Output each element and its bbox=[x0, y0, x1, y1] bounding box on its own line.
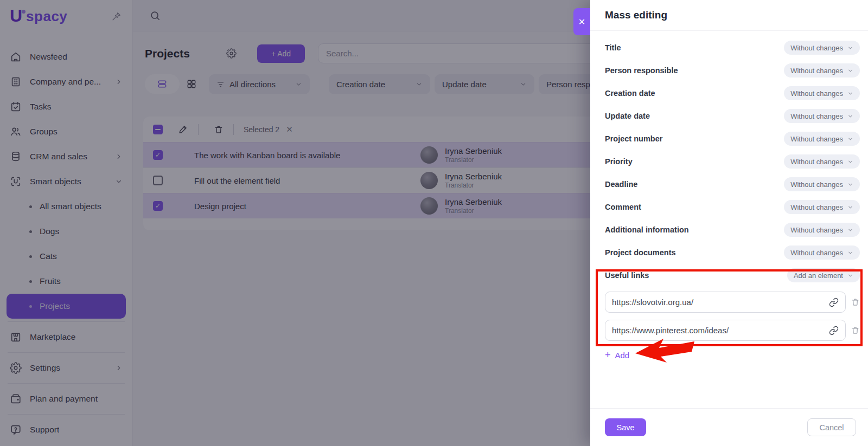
chevron-down-icon bbox=[847, 68, 853, 74]
field-dropdown-update-date[interactable]: Without changes bbox=[784, 109, 860, 123]
panel-footer: Save Cancel bbox=[590, 408, 868, 446]
field-row-additional-information: Additional information Without changes bbox=[605, 218, 860, 241]
field-row-creation-date: Creation date Without changes bbox=[605, 82, 860, 105]
chevron-down-icon bbox=[847, 113, 853, 119]
link-icon[interactable] bbox=[829, 326, 839, 335]
chevron-down-icon bbox=[847, 159, 853, 165]
field-row-useful-links: Useful links Add an element bbox=[605, 264, 860, 287]
close-panel-button[interactable]: ✕ bbox=[573, 8, 590, 35]
chevron-down-icon bbox=[847, 182, 853, 188]
close-icon: ✕ bbox=[578, 17, 585, 27]
field-row-comment: Comment Without changes bbox=[605, 196, 860, 218]
link-input-wrap bbox=[605, 292, 846, 313]
chevron-down-icon bbox=[847, 250, 853, 256]
field-dropdown-person-responsible[interactable]: Without changes bbox=[784, 63, 860, 77]
delete-link-trash-icon[interactable] bbox=[851, 298, 860, 307]
useful-link-input-1[interactable] bbox=[612, 298, 825, 307]
save-button[interactable]: Save bbox=[605, 418, 646, 436]
delete-link-trash-icon[interactable] bbox=[851, 326, 860, 335]
chevron-down-icon bbox=[847, 45, 853, 51]
panel-title: Mass editing bbox=[590, 0, 868, 31]
field-row-person-responsible: Person responsible Without changes bbox=[605, 59, 860, 82]
link-icon[interactable] bbox=[829, 298, 839, 307]
field-dropdown-title[interactable]: Without changes bbox=[784, 41, 860, 55]
field-dropdown-additional-information[interactable]: Without changes bbox=[784, 223, 860, 237]
field-row-deadline: Deadline Without changes bbox=[605, 173, 860, 196]
field-row-update-date: Update date Without changes bbox=[605, 105, 860, 127]
field-dropdown-priority[interactable]: Without changes bbox=[784, 154, 860, 169]
mass-editing-panel: ✕ Mass editing Title Without changes Per… bbox=[590, 0, 868, 446]
field-row-title: Title Without changes bbox=[605, 36, 860, 59]
field-dropdown-project-documents[interactable]: Without changes bbox=[784, 245, 860, 260]
cancel-button[interactable]: Cancel bbox=[807, 418, 856, 436]
useful-link-input-2[interactable] bbox=[612, 326, 825, 335]
chevron-down-icon bbox=[847, 227, 853, 233]
chevron-down-icon bbox=[847, 136, 853, 142]
useful-link-row bbox=[605, 320, 860, 341]
field-row-project-documents: Project documents Without changes bbox=[605, 241, 860, 264]
field-row-project-number: Project number Without changes bbox=[605, 127, 860, 150]
link-input-wrap bbox=[605, 320, 846, 341]
plus-icon: + bbox=[605, 351, 611, 359]
useful-link-row bbox=[605, 292, 860, 313]
chevron-down-icon bbox=[847, 204, 853, 210]
field-dropdown-comment[interactable]: Without changes bbox=[784, 200, 860, 214]
field-dropdown-creation-date[interactable]: Without changes bbox=[784, 86, 860, 100]
chevron-down-icon bbox=[847, 91, 853, 96]
field-dropdown-project-number[interactable]: Without changes bbox=[784, 132, 860, 146]
field-dropdown-deadline[interactable]: Without changes bbox=[784, 177, 860, 191]
field-row-priority: Priority Without changes bbox=[605, 150, 860, 173]
add-link-button[interactable]: + Add bbox=[605, 351, 629, 360]
field-dropdown-useful-links[interactable]: Add an element bbox=[787, 268, 860, 282]
chevron-down-icon bbox=[847, 273, 853, 279]
